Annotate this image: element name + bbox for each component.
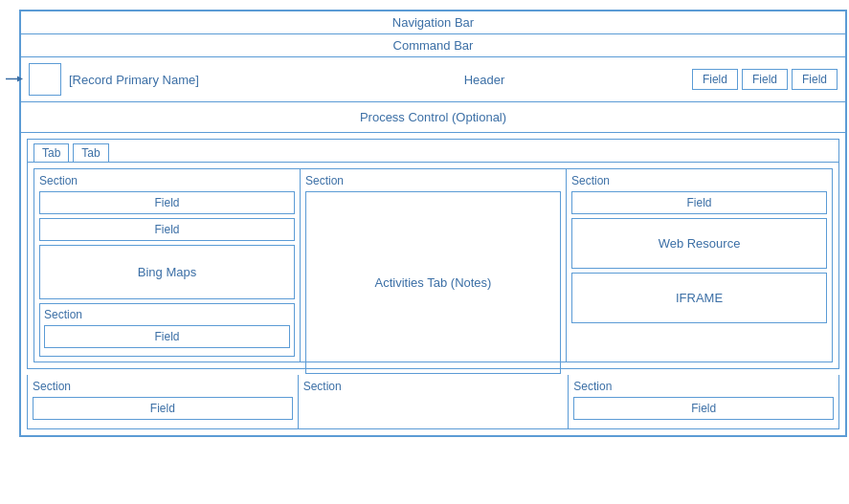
col1-field-2[interactable]: Field [39,218,295,241]
tab-row: Tab Tab [28,140,838,163]
bottom-col1-field[interactable]: Field [33,397,293,420]
col1-field-1[interactable]: Field [39,191,295,214]
header-field-2[interactable]: Field [742,69,788,90]
record-primary-name: [Record Primary Name] [69,73,277,87]
bottom-col3-field[interactable]: Field [573,397,834,420]
bottom-col-3: Section Field [569,375,838,428]
column-2: Section Activities Tab (Notes) [301,168,567,362]
bing-maps-box: Bing Maps [39,245,295,299]
col3-section-label: Section [571,174,827,187]
outer-container: Navigation Bar Command Bar Image(Optiona… [19,10,847,437]
col1-sub-section: Section Field [39,303,295,357]
bottom-col-1: Section Field [28,375,299,428]
bottom-col1-section-label: Section [33,380,293,393]
col3-field-1[interactable]: Field [571,191,827,214]
arrow-indicator [6,73,23,87]
image-placeholder [29,63,61,96]
arrow-icon [6,75,23,84]
header-row: Image(Optional) [Record Primary Name] He… [20,57,846,102]
command-bar: Command Bar [20,34,846,57]
tab-1[interactable]: Tab [34,143,69,162]
iframe-box: IFRAME [571,273,827,323]
col2-section-label: Section [305,174,561,187]
bottom-col3-section-label: Section [573,380,834,393]
navigation-bar: Navigation Bar [20,11,846,34]
col1-sub-section-label: Section [44,308,290,321]
header-fields-group: Field Field Field [692,69,838,90]
three-columns: Section Field Field Bing Maps Section Fi… [28,163,838,368]
svg-marker-1 [17,77,23,82]
header-field-1[interactable]: Field [692,69,738,90]
column-3: Section Field Web Resource IFRAME [567,168,833,362]
process-control-bar: Process Control (Optional) [20,102,846,133]
tabs-container: Tab Tab Section Field Field Bing Maps Se… [27,139,839,369]
bottom-row: Section Field Section Section Field [27,375,839,429]
activities-tab-box: Activities Tab (Notes) [305,191,561,374]
col1-section-label: Section [39,174,295,187]
web-resource-box: Web Resource [571,218,827,269]
body-wrapper: Tab Tab Section Field Field Bing Maps Se… [20,133,846,436]
bottom-col2-section-label: Section [303,380,564,393]
col1-sub-field[interactable]: Field [44,325,290,348]
bottom-col-2: Section [299,375,570,428]
header-field-3[interactable]: Field [792,69,838,90]
header-label: Header [277,73,692,87]
tab-2[interactable]: Tab [73,143,108,162]
column-1: Section Field Field Bing Maps Section Fi… [34,168,301,362]
